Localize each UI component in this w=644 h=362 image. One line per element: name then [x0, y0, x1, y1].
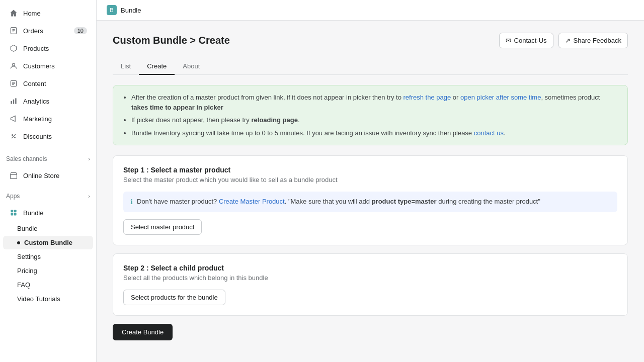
create-bundle-button[interactable]: Create Bundle: [113, 324, 173, 340]
sidebar: Home Orders 10 Products Customers Cont: [0, 0, 97, 362]
apps-chevron: ›: [88, 193, 90, 199]
sidebar-analytics-label: Analytics: [23, 98, 49, 105]
sidebar-content-label: Content: [23, 80, 46, 87]
step1-desc: Select the master product which you woul…: [123, 176, 617, 184]
tabs: List Create About: [113, 58, 628, 75]
svg-point-12: [12, 134, 13, 136]
products-icon: [9, 44, 18, 53]
step2-card: Step 2 : Select a child product Select a…: [113, 253, 628, 316]
page-header: Custom Bundle > Create ✉ Contact-Us ↗ Sh…: [113, 33, 628, 48]
svg-rect-17: [14, 210, 17, 212]
discounts-icon: [9, 132, 18, 141]
tab-list[interactable]: List: [113, 58, 139, 75]
info-note-after: . "Make sure that you will add: [285, 198, 372, 205]
info-bullet-1: After the creation of a master product f…: [131, 93, 618, 112]
select-products-bundle-button[interactable]: Select products for the bundle: [123, 290, 225, 305]
customers-icon: [9, 61, 18, 70]
svg-rect-19: [14, 213, 17, 216]
info-box: After the creation of a master product f…: [113, 85, 628, 145]
sidebar-sub-bundle[interactable]: Bundle: [3, 222, 93, 235]
sidebar-sub-video-tutorials[interactable]: Video Tutorials: [3, 292, 93, 306]
svg-rect-11: [15, 98, 16, 104]
content-icon: [9, 79, 18, 88]
info-bullet-2: If picker does not appear, then please t…: [131, 115, 618, 125]
takes-time-text: takes time to appear in picker: [131, 104, 223, 111]
sidebar-discounts-label: Discounts: [23, 133, 52, 140]
sidebar-item-orders[interactable]: Orders 10: [3, 22, 93, 39]
sales-channels-chevron: ›: [88, 156, 90, 162]
sidebar-sub-faq[interactable]: FAQ: [3, 278, 93, 292]
info-note-icon: ℹ: [130, 197, 133, 207]
sidebar-sub-custom-bundle-label: Custom Bundle: [24, 239, 72, 246]
contact-us-button[interactable]: ✉ Contact-Us: [499, 33, 553, 48]
sidebar-sub-pricing[interactable]: Pricing: [3, 264, 93, 278]
sidebar-item-discounts[interactable]: Discounts: [3, 128, 93, 145]
info-note-end: during creating the master product": [437, 198, 540, 205]
sidebar-bundle-app-label: Bundle: [23, 209, 43, 217]
sidebar-item-analytics[interactable]: Analytics: [3, 93, 93, 110]
sidebar-sub-custom-bundle[interactable]: Custom Bundle: [3, 236, 93, 249]
marketing-icon: [9, 114, 18, 123]
orders-icon: [9, 26, 18, 35]
contact-us-link[interactable]: contact us: [474, 129, 504, 137]
bundle-icon: [9, 208, 18, 217]
svg-rect-15: [11, 174, 17, 178]
bundle-breadcrumb-icon: B: [107, 5, 117, 15]
step2-title: Step 2 : Select a child product: [123, 264, 617, 272]
sidebar-item-online-store[interactable]: Online Store: [3, 167, 93, 184]
svg-rect-16: [11, 210, 13, 212]
breadcrumb-label: Bundle: [121, 7, 141, 14]
tab-create[interactable]: Create: [139, 58, 175, 75]
orders-badge: 10: [74, 27, 87, 34]
step1-title: Step 1 : Select a master product: [123, 166, 617, 174]
contact-us-label: Contact-Us: [514, 37, 547, 44]
analytics-icon: [9, 97, 18, 106]
svg-point-13: [14, 137, 16, 138]
info-note-before: Don't have master product?: [137, 198, 219, 205]
share-feedback-button[interactable]: ↗ Share Feedback: [558, 33, 628, 48]
refresh-page-link[interactable]: refresh the page: [404, 94, 451, 101]
svg-rect-10: [13, 100, 14, 104]
sidebar-sub-bundle-label: Bundle: [17, 225, 37, 232]
sidebar-item-content[interactable]: Content: [3, 75, 93, 92]
sidebar-sub-video-tutorials-label: Video Tutorials: [17, 295, 60, 303]
sidebar-item-marketing[interactable]: Marketing: [3, 110, 93, 127]
sidebar-item-home[interactable]: Home: [3, 5, 93, 22]
sidebar-sub-faq-label: FAQ: [17, 281, 30, 289]
sidebar-customers-label: Customers: [23, 62, 55, 70]
svg-rect-18: [11, 213, 13, 216]
header-actions: ✉ Contact-Us ↗ Share Feedback: [499, 33, 628, 48]
sidebar-marketing-label: Marketing: [23, 115, 52, 123]
sales-channels-section: Sales channels ›: [0, 149, 96, 164]
sidebar-sub-pricing-label: Pricing: [17, 267, 37, 275]
sidebar-sub-settings[interactable]: Settings: [3, 250, 93, 263]
sidebar-item-bundle-app[interactable]: Bundle: [3, 204, 93, 221]
contact-us-icon: ✉: [506, 37, 511, 44]
sidebar-home-label: Home: [23, 10, 41, 17]
active-indicator: [17, 241, 20, 244]
svg-point-4: [13, 63, 15, 66]
reloading-page-text: reloading page: [251, 116, 297, 124]
step1-card: Step 1 : Select a master product Select …: [113, 155, 628, 245]
select-master-product-button[interactable]: Select master product: [123, 219, 202, 235]
sidebar-products-label: Products: [23, 45, 49, 52]
home-icon: [9, 9, 18, 18]
tab-about[interactable]: About: [175, 58, 208, 75]
main-content: B Bundle Custom Bundle > Create ✉ Contac…: [97, 0, 644, 362]
share-feedback-label: Share Feedback: [574, 37, 621, 44]
sidebar-item-customers[interactable]: Customers: [3, 57, 93, 74]
share-feedback-icon: ↗: [565, 37, 571, 44]
create-master-product-link[interactable]: Create Master Product: [219, 198, 285, 205]
svg-rect-9: [11, 101, 12, 104]
sidebar-online-store-label: Online Store: [23, 172, 59, 179]
sidebar-item-products[interactable]: Products: [3, 40, 93, 57]
sidebar-orders-label: Orders: [23, 27, 43, 35]
info-note-bold: product type=master: [372, 198, 437, 205]
open-picker-link[interactable]: open picker after some time: [460, 94, 541, 101]
store-icon: [9, 171, 18, 180]
step1-info-note: ℹ Don't have master product? Create Mast…: [123, 192, 617, 212]
info-bullet-3: Bundle Inventory syncing will take time …: [131, 128, 618, 138]
page-title: Custom Bundle > Create: [113, 35, 230, 46]
breadcrumb: B Bundle: [97, 0, 644, 21]
apps-section: Apps ›: [0, 187, 96, 202]
